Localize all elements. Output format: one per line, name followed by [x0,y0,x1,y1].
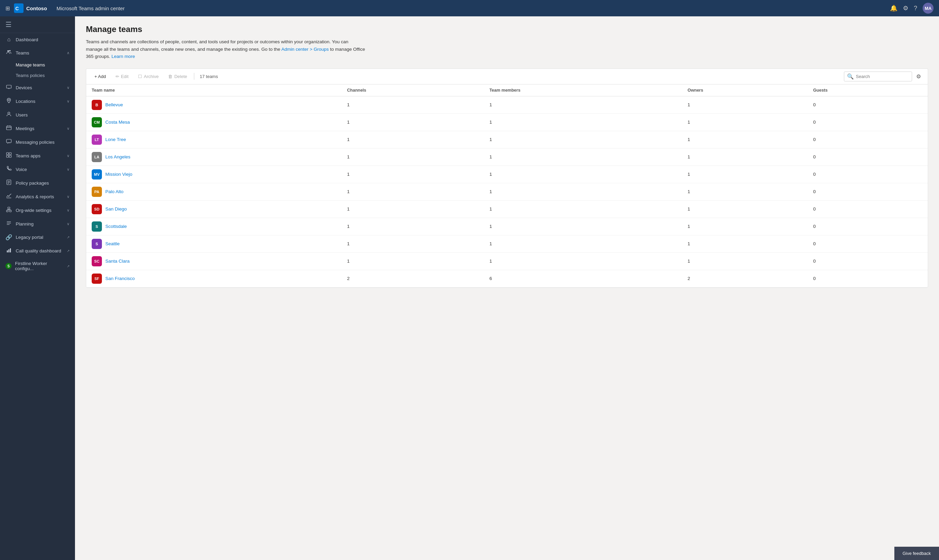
admin-center-link[interactable]: Admin center > Groups [281,47,328,52]
guests-cell-0: 0 [808,96,928,114]
policy-icon [5,180,12,186]
devices-icon [5,84,12,91]
team-link-3[interactable]: Los Angeles [105,154,131,159]
main-content: Manage teams Teams and channels are coll… [75,16,939,560]
col-guests: Guests [808,85,928,96]
external-icon: ↗ [67,235,69,239]
guests-cell-5: 0 [808,183,928,200]
team-link-0[interactable]: Bellevue [105,102,123,107]
sidebar-item-users[interactable]: Users [0,108,75,122]
sidebar-item-locations[interactable]: Locations ∨ [0,94,75,108]
search-input[interactable] [856,74,909,79]
settings-icon[interactable]: ⚙ [903,5,908,12]
page-title: Manage teams [86,25,928,34]
grid-icon[interactable]: ⊞ [5,5,10,12]
app-name: Contoso [26,5,47,11]
team-avatar-10: SF [92,274,102,284]
channels-cell-4: 1 [342,166,484,183]
sidebar-item-policy-packages[interactable]: Policy packages [0,176,75,190]
team-link-5[interactable]: Palo Alto [105,189,123,194]
col-team-members: Team members [484,85,682,96]
cq-external-icon: ↗ [67,249,69,253]
feedback-button[interactable]: Give feedback [894,547,939,560]
sidebar-item-manage-teams[interactable]: Manage teams [16,60,75,70]
legacy-portal-label: Legacy portal [16,235,63,240]
org-icon [5,207,12,214]
archive-button[interactable]: ☐ Archive [134,72,163,81]
archive-label: Archive [144,74,159,79]
sidebar-item-devices[interactable]: Devices ∨ [0,81,75,94]
learn-more-link[interactable]: Learn more [111,54,135,59]
teams-label: Teams [16,51,63,55]
sidebar-item-teams-apps[interactable]: Teams apps ∨ [0,149,75,163]
sidebar-item-voice[interactable]: Voice ∨ [0,163,75,176]
team-link-4[interactable]: Mission Viejo [105,172,132,177]
channels-cell-10: 2 [342,270,484,287]
sidebar-item-legacy-portal[interactable]: 🔗 Legacy portal ↗ [0,231,75,244]
column-settings-icon[interactable]: ⚙ [913,72,924,81]
team-cell-4: MV Mission Viejo [86,166,342,183]
members-cell-1: 1 [484,114,682,131]
meetings-label: Meetings [16,126,63,131]
sidebar-item-planning[interactable]: Planning ∨ [0,217,75,231]
members-cell-9: 1 [484,252,682,270]
table-row: CM Costa Mesa 1 1 1 0 [86,114,928,131]
svg-rect-16 [9,155,11,157]
svg-rect-15 [6,155,9,157]
teams-chevron: ∧ [67,51,69,55]
table-row: MV Mission Viejo 1 1 1 0 [86,166,928,183]
team-link-1[interactable]: Costa Mesa [105,120,130,125]
sidebar-toggle[interactable]: ☰ [0,16,75,33]
team-link-9[interactable]: Santa Clara [105,258,130,264]
svg-rect-24 [9,210,11,212]
help-icon[interactable]: ? [914,5,917,12]
team-count: 17 teams [200,74,218,79]
team-avatar-8: S [92,239,102,249]
sidebar-item-org-settings[interactable]: Org-wide settings ∨ [0,203,75,217]
sidebar-item-teams[interactable]: Teams ∧ [0,46,75,60]
sidebar-item-analytics[interactable]: Analytics & reports ∨ [0,190,75,203]
table-row: LT Lone Tree 1 1 1 0 [86,131,928,148]
delete-button[interactable]: 🗑 Delete [164,72,191,81]
team-link-10[interactable]: San Francisco [105,276,135,281]
call-quality-icon [5,247,12,254]
team-link-6[interactable]: San Diego [105,206,127,212]
members-cell-4: 1 [484,166,682,183]
sidebar-item-meetings[interactable]: Meetings ∨ [0,122,75,135]
user-avatar[interactable]: MA [923,3,934,14]
table-row: PA Palo Alto 1 1 1 0 [86,183,928,200]
team-link-2[interactable]: Lone Tree [105,137,126,142]
svg-point-3 [9,50,11,51]
members-cell-8: 1 [484,235,682,252]
edit-button[interactable]: ✏ Edit [111,72,133,81]
teams-apps-label: Teams apps [16,153,63,158]
notification-icon[interactable]: 🔔 [890,5,897,12]
team-avatar-7: S [92,222,102,232]
sidebar-item-call-quality[interactable]: Call quality dashboard ↗ [0,244,75,257]
delete-label: Delete [174,74,187,79]
owners-cell-6: 1 [682,200,808,218]
users-icon [5,111,12,118]
team-avatar-9: SC [92,256,102,266]
team-link-8[interactable]: Seattle [105,241,120,246]
svg-point-2 [8,51,9,52]
channels-cell-9: 1 [342,252,484,270]
channels-cell-7: 1 [342,218,484,235]
add-button[interactable]: + Add [90,72,110,81]
sidebar-item-dashboard[interactable]: ⌂ Dashboard [0,33,75,46]
team-link-7[interactable]: Scottsdale [105,224,127,229]
sidebar-item-teams-policies[interactable]: Teams policies [16,70,75,81]
voice-chevron: ∨ [67,167,69,172]
analytics-icon [5,193,12,200]
members-cell-5: 1 [484,183,682,200]
table-header-row: Team name Channels Team members Owners G… [86,85,928,96]
table-row: SC Santa Clara 1 1 1 0 [86,252,928,270]
members-cell-0: 1 [484,96,682,114]
devices-chevron: ∨ [67,86,69,90]
analytics-chevron: ∨ [67,194,69,199]
archive-icon: ☐ [138,74,142,79]
sidebar-item-messaging-policies[interactable]: Messaging policies [0,135,75,149]
svg-rect-32 [7,250,8,252]
sidebar-item-firstline[interactable]: S Firstline Worker configu... ↗ [0,257,75,275]
team-cell-2: LT Lone Tree [86,131,342,148]
